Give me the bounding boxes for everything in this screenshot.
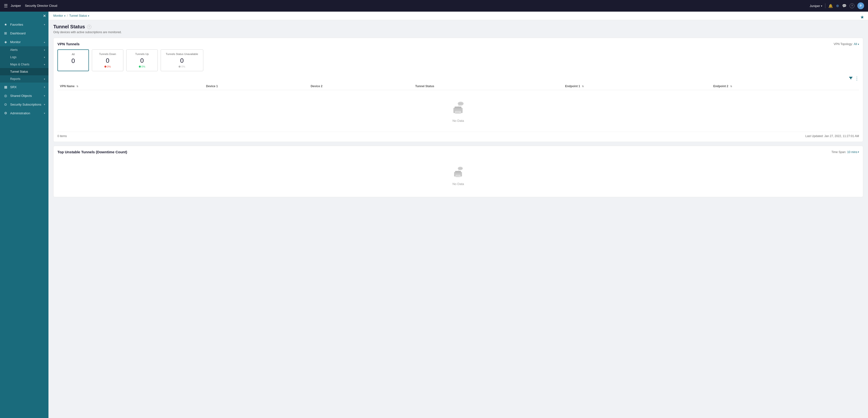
stat-box-all-value: 0 <box>63 57 84 65</box>
stat-box-down[interactable]: Tunnels Down 0 0% <box>92 50 123 71</box>
sidebar-item-shared-objects[interactable]: ◎ Shared Objects ▾ <box>0 91 49 100</box>
user-name: Juniper <box>810 4 820 8</box>
svg-rect-8 <box>456 111 460 112</box>
sidebar-sub-item-tunnel-status[interactable]: Tunnel Status <box>0 68 49 75</box>
sidebar: ✕ ★ Favorites ▾ ⊞ Dashboard ◈ Monitor ▴ <box>0 12 49 418</box>
col-endpoint1[interactable]: Endpoint 1 ⇅ <box>563 83 711 90</box>
stat-box-up-label: Tunnels Up <box>131 53 153 56</box>
sidebar-sub-item-maps-charts[interactable]: Maps & Charts ▾ <box>0 61 49 68</box>
unstable-header: Top Unstable Tunnels (Downtime Count) Ti… <box>57 150 859 154</box>
col-tunnel-status: Tunnel Status <box>413 83 563 90</box>
vpn-tunnels-title: VPN Tunnels <box>57 42 80 46</box>
sidebar-item-dashboard[interactable]: ⊞ Dashboard <box>0 29 49 37</box>
help-icon[interactable]: ? <box>849 3 855 8</box>
breadcrumb-parent-chevron: ▾ <box>64 14 65 17</box>
last-updated: Last Updated: Jan 27, 2022, 11:27:01 AM <box>805 134 859 138</box>
history-icon[interactable]: ⊕ <box>836 4 839 8</box>
sidebar-item-monitor-left: ◈ Monitor <box>3 40 21 44</box>
reports-chevron: ▾ <box>44 78 45 81</box>
stat-box-down-value: 0 <box>97 57 118 64</box>
hamburger-icon[interactable]: ☰ <box>4 3 8 8</box>
tunnel-status-label: Tunnel Status <box>10 70 28 73</box>
unstable-empty-state-illustration <box>451 165 465 179</box>
no-data-cell: No Data <box>57 90 859 132</box>
sidebar-item-srx[interactable]: ▦ SRX ▾ <box>0 83 49 91</box>
sidebar-item-administration-left: ⚙ Administration <box>3 111 30 115</box>
svg-point-4 <box>462 103 462 104</box>
sidebar-item-shared-objects-left: ◎ Shared Objects <box>3 94 32 98</box>
avatar[interactable]: P <box>857 2 864 9</box>
sidebar-item-administration[interactable]: ⚙ Administration ▾ <box>0 109 49 118</box>
favorite-star-icon[interactable]: ★ <box>860 14 864 20</box>
down-pct: 0% <box>107 65 111 68</box>
no-data-row: No Data <box>57 90 859 132</box>
unstable-title: Top Unstable Tunnels (Downtime Count) <box>57 150 127 154</box>
sidebar-close-button[interactable]: ✕ <box>43 13 46 18</box>
more-options-button[interactable]: ⋮ <box>855 76 859 81</box>
sidebar-item-favorites[interactable]: ★ Favorites ▾ <box>0 20 49 29</box>
vpn-topology-value[interactable]: All ▾ <box>854 42 859 46</box>
sidebar-item-monitor[interactable]: ◈ Monitor ▴ <box>0 37 49 46</box>
svg-point-3 <box>460 103 461 104</box>
alerts-label: Alerts <box>10 48 18 52</box>
alerts-chevron: ▾ <box>44 49 45 51</box>
main-content-wrapper: Monitor ▾ / Tunnel Status ▾ ★ Tunnel Sta… <box>49 12 868 418</box>
vpn-tunnels-card: VPN Tunnels VPN Topology: All ▾ All 0 <box>53 38 863 142</box>
user-menu[interactable]: Juniper ▾ <box>810 4 822 8</box>
svg-point-2 <box>459 103 460 104</box>
top-unstable-tunnels-card: Top Unstable Tunnels (Downtime Count) Ti… <box>53 146 863 197</box>
svg-rect-17 <box>456 174 461 177</box>
col-device1: Device 1 <box>204 83 308 90</box>
col-vpn-name[interactable]: VPN Name ⇅ <box>57 83 204 90</box>
stat-box-all[interactable]: All 0 <box>57 50 89 71</box>
svg-point-14 <box>461 168 462 169</box>
shared-objects-icon: ◎ <box>3 94 8 98</box>
breadcrumb-current[interactable]: Tunnel Status ▾ <box>69 14 89 18</box>
time-span-value[interactable]: 10 mins ▾ <box>847 151 859 154</box>
header-left: ☰ Juniper Security Director Cloud <box>4 3 57 8</box>
maps-charts-chevron: ▾ <box>44 63 45 66</box>
stat-box-unavailable[interactable]: Tunnels Status Unavailable 0 0% <box>161 50 203 71</box>
sidebar-sub-item-logs[interactable]: Logs ▾ <box>0 54 49 61</box>
no-data-container: No Data <box>60 92 857 130</box>
filter-button[interactable] <box>849 76 853 81</box>
breadcrumb-parent-label: Monitor <box>53 14 63 18</box>
bell-icon[interactable]: 🔔 <box>828 4 833 8</box>
app-header: ☰ Juniper Security Director Cloud Junipe… <box>0 0 868 12</box>
up-dot <box>139 66 141 68</box>
endpoint2-sort-icon: ⇅ <box>730 85 732 88</box>
dashboard-icon: ⊞ <box>3 31 8 35</box>
administration-chevron: ▾ <box>44 112 45 115</box>
sidebar-sub-item-alerts[interactable]: Alerts ▾ <box>0 46 49 54</box>
administration-icon: ⚙ <box>3 111 8 115</box>
down-dot <box>104 66 106 68</box>
stat-box-unavailable-sub: 0% <box>166 65 198 68</box>
app-name-line1: Juniper <box>11 4 21 8</box>
breadcrumb: Monitor ▾ / Tunnel Status ▾ <box>49 12 868 20</box>
sidebar-item-security-subscriptions[interactable]: ⊙ Security Subscriptions ▾ <box>0 100 49 109</box>
table-body: No Data <box>57 90 859 132</box>
col-endpoint2[interactable]: Endpoint 2 ⇅ <box>711 83 859 90</box>
chat-icon[interactable]: 💬 <box>842 4 847 8</box>
no-data-icon <box>450 99 467 117</box>
sidebar-label-dashboard: Dashboard <box>10 31 26 35</box>
sidebar-sub-item-reports[interactable]: Reports ▾ <box>0 75 49 83</box>
stat-box-unavailable-value: 0 <box>166 57 198 64</box>
favorites-icon: ★ <box>3 23 8 26</box>
breadcrumb-current-label: Tunnel Status <box>69 14 87 18</box>
table-header-row: VPN Name ⇅ Device 1 Device 2 Tunnel Stat… <box>57 83 859 90</box>
breadcrumb-parent[interactable]: Monitor ▾ <box>53 14 65 18</box>
stat-box-up[interactable]: Tunnels Up 0 0% <box>126 50 158 71</box>
app-logo: Juniper Security Director Cloud <box>11 4 57 8</box>
srx-icon: ▦ <box>3 85 8 89</box>
svg-marker-11 <box>458 170 460 171</box>
page-help-icon[interactable]: ? <box>87 25 91 29</box>
up-pct: 0% <box>142 65 145 68</box>
monitor-submenu: Alerts ▾ Logs ▾ Maps & Charts ▾ Tunnel S… <box>0 46 49 83</box>
sidebar-label-security-subscriptions: Security Subscriptions <box>10 103 41 106</box>
favorites-chevron: ▾ <box>44 23 45 26</box>
stat-box-down-sub: 0% <box>97 65 118 68</box>
time-span: Time Span: 10 mins ▾ <box>831 151 859 154</box>
unstable-no-data-container: No Data <box>57 157 859 193</box>
svg-rect-7 <box>455 111 461 114</box>
